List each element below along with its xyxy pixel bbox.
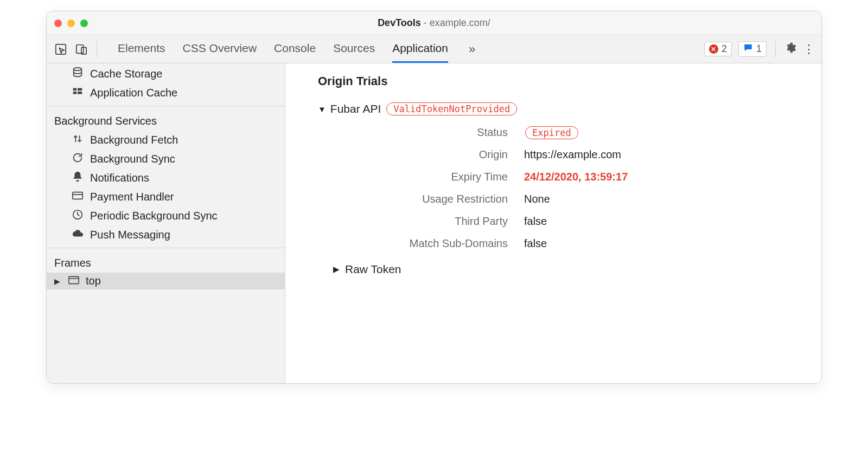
application-sidebar: Cache Storage Application Cache Backgrou… (47, 63, 285, 383)
page-title: Origin Trials (318, 74, 800, 88)
window-minimize-button[interactable] (67, 20, 75, 27)
message-icon (743, 43, 753, 55)
token-status-badge: ValidTokenNotProvided (386, 102, 517, 115)
settings-icon[interactable] (784, 42, 796, 56)
panel-body: Cache Storage Application Cache Backgrou… (47, 63, 821, 383)
label-expiry: Expiry Time (356, 171, 508, 183)
label-match-subdomains: Match Sub-Domains (356, 237, 508, 250)
devtools-window: DevTools - example.com/ Elements CSS Ove… (46, 11, 822, 384)
sidebar-item-label: Application Cache (90, 87, 177, 99)
sidebar-item-label: Background Sync (90, 153, 175, 165)
credit-card-icon (72, 190, 84, 204)
sidebar-item-label: top (86, 275, 101, 287)
sidebar-section-frames: Frames ▶ top (47, 248, 285, 383)
tab-elements[interactable]: Elements (118, 35, 165, 63)
tab-sources[interactable]: Sources (333, 35, 375, 63)
svg-rect-4 (73, 88, 76, 91)
status-badge: Expired (525, 126, 578, 139)
origin-trial-details: Status Expired Origin https://example.co… (356, 126, 800, 250)
value-status: Expired (524, 126, 800, 139)
sidebar-item-label: Periodic Background Sync (90, 210, 218, 222)
svg-rect-1 (76, 44, 84, 53)
svg-point-3 (74, 68, 82, 70)
inspect-icon[interactable] (53, 42, 68, 57)
toolbar-divider (97, 41, 97, 57)
tab-console[interactable]: Console (274, 35, 316, 63)
more-menu-icon[interactable]: ⋮ (803, 43, 815, 55)
toolbar-divider (775, 41, 776, 57)
raw-token-label: Raw Token (345, 263, 401, 276)
error-icon: ✕ (709, 44, 718, 54)
label-origin: Origin (356, 148, 508, 161)
error-count-badge[interactable]: ✕ 2 (704, 42, 732, 56)
clock-icon (72, 209, 84, 223)
sidebar-section-title: Frames (47, 251, 285, 273)
label-usage-restriction: Usage Restriction (356, 193, 508, 205)
window-maximize-button[interactable] (80, 20, 88, 27)
tab-css-overview[interactable]: CSS Overview (183, 35, 257, 63)
window-title-app: DevTools (378, 17, 421, 28)
svg-rect-6 (73, 92, 76, 94)
sidebar-item-periodic-background-sync[interactable]: Periodic Background Sync (47, 206, 285, 225)
label-status: Status (356, 126, 508, 139)
sidebar-item-label: Notifications (90, 172, 149, 184)
svg-rect-11 (69, 276, 79, 283)
cloud-icon (72, 228, 84, 242)
sidebar-item-push-messaging[interactable]: Push Messaging (47, 225, 285, 244)
sidebar-item-payment-handler[interactable]: Payment Handler (47, 188, 285, 206)
tab-application[interactable]: Application (392, 35, 448, 63)
sidebar-item-label: Payment Handler (90, 191, 174, 203)
value-usage-restriction: None (524, 193, 800, 205)
bell-icon (72, 171, 84, 185)
toolbar-right: ✕ 2 1 ⋮ (704, 41, 815, 57)
sidebar-item-cache-storage[interactable]: Cache Storage (47, 64, 285, 83)
svg-rect-7 (78, 92, 82, 94)
more-tabs-icon[interactable]: » (469, 42, 475, 56)
sidebar-item-label: Background Fetch (90, 134, 178, 146)
svg-rect-8 (73, 192, 82, 199)
value-third-party: false (524, 215, 800, 228)
panel-tabs: Elements CSS Overview Console Sources Ap… (118, 35, 448, 63)
label-third-party: Third Party (356, 215, 508, 228)
refresh-icon (72, 152, 84, 166)
sidebar-item-label: Cache Storage (90, 68, 162, 80)
window-title-sep: - (421, 17, 430, 28)
sidebar-item-background-fetch[interactable]: Background Fetch (47, 131, 285, 150)
sidebar-item-notifications[interactable]: Notifications (47, 169, 285, 188)
window-title-url: example.com/ (430, 17, 490, 28)
sidebar-section-title: Background Services (47, 109, 285, 131)
chevron-down-icon: ▼ (318, 105, 326, 114)
sidebar-section-background-services: Background Services Background Fetch Bac… (47, 106, 285, 248)
value-expiry: 24/12/2020, 13:59:17 (524, 171, 800, 183)
origin-trial-name: Fubar API (330, 102, 381, 115)
device-toggle-icon[interactable] (74, 42, 89, 57)
sidebar-item-background-sync[interactable]: Background Sync (47, 150, 285, 169)
traffic-lights (54, 20, 88, 27)
raw-token-row[interactable]: ▶ Raw Token (333, 263, 800, 276)
window-close-button[interactable] (54, 20, 62, 27)
window-title: DevTools - example.com/ (47, 17, 821, 29)
database-icon (72, 67, 84, 81)
sidebar-section-cache: Cache Storage Application Cache (47, 63, 285, 106)
chevron-right-icon: ▶ (333, 264, 340, 274)
sidebar-item-frame-top[interactable]: ▶ top (47, 273, 285, 289)
frame-icon (68, 275, 79, 287)
grid-icon (72, 86, 84, 100)
error-count-value: 2 (722, 43, 727, 55)
origin-trial-row[interactable]: ▼ Fubar API ValidTokenNotProvided (318, 102, 800, 115)
sidebar-item-label: Push Messaging (90, 229, 170, 241)
up-down-arrows-icon (72, 133, 84, 147)
message-count-badge[interactable]: 1 (738, 41, 767, 57)
value-match-subdomains: false (524, 237, 800, 250)
message-count-value: 1 (756, 43, 762, 55)
sidebar-item-application-cache[interactable]: Application Cache (47, 83, 285, 102)
main-content: Origin Trials ▼ Fubar API ValidTokenNotP… (285, 63, 821, 383)
titlebar: DevTools - example.com/ (47, 11, 821, 35)
value-origin: https://example.com (524, 148, 800, 161)
chevron-right-icon: ▶ (54, 277, 60, 286)
devtools-toolbar: Elements CSS Overview Console Sources Ap… (47, 35, 821, 63)
svg-rect-5 (78, 88, 82, 91)
